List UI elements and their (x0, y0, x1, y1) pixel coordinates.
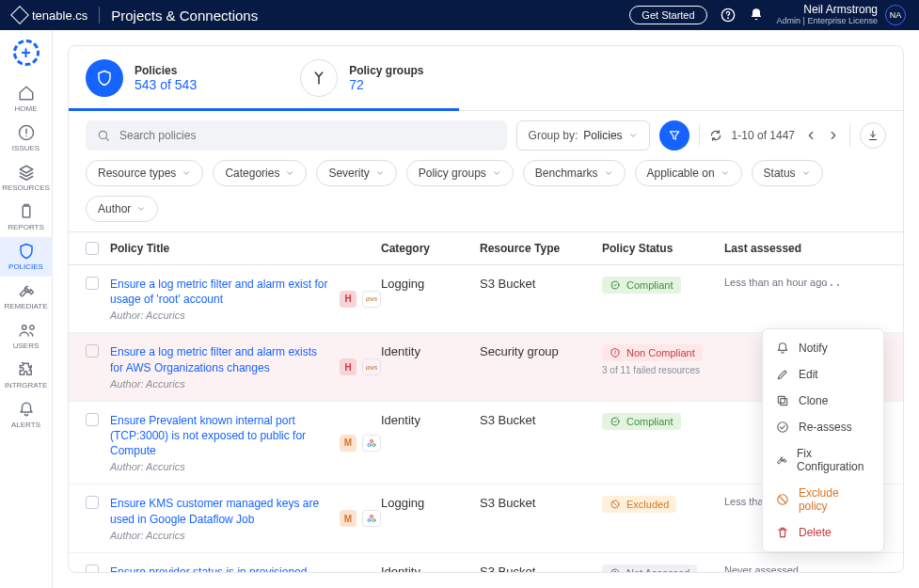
policy-title-link[interactable]: Ensure provider status is in provisioned… (110, 564, 330, 572)
filter-button[interactable] (659, 120, 689, 151)
policies-label: Policies (135, 64, 197, 77)
sidebar-item-remediate[interactable]: REMEDIATE (0, 277, 53, 316)
svg-point-1 (727, 18, 728, 19)
category-cell: Identity (381, 564, 480, 572)
menu-item-clone[interactable]: Clone (763, 388, 883, 414)
failed-resources: 3 of 11 failed resources (602, 365, 724, 375)
shield-icon (86, 59, 123, 97)
page-prev-icon[interactable] (804, 129, 817, 142)
svg-rect-3 (23, 206, 30, 217)
policy-title-link[interactable]: Ensure Prevalent known internal port (TC… (110, 413, 330, 459)
notification-bell-icon[interactable] (749, 8, 764, 23)
pencil-icon (776, 368, 789, 381)
col-resource: Resource Type (480, 242, 602, 255)
page-title: Projects & Connections (111, 8, 258, 24)
menu-item-re-assess[interactable]: Re-assess (763, 414, 883, 440)
last-assessed: Less than an hour ago (724, 277, 828, 288)
table-row: Ensure provider status is in provisioned… (69, 553, 903, 572)
col-category: Category (381, 242, 480, 255)
sidebar-item-resources[interactable]: RESOURCES (0, 158, 53, 198)
brand-logo[interactable]: tenable.cs (13, 8, 87, 23)
filter-chip-categories[interactable]: Categories (213, 160, 307, 186)
svg-point-11 (371, 516, 373, 518)
sidebar-item-label: USERS (13, 342, 40, 350)
check-icon (776, 421, 789, 434)
row-actions-button[interactable]: ⋮ (828, 277, 837, 294)
ban-icon (776, 493, 789, 506)
col-last: Last assessed (724, 242, 828, 255)
category-cell: Identity (381, 344, 480, 358)
bell-icon (776, 342, 789, 355)
wrench-icon (776, 453, 787, 467)
brand-text: tenable.cs (32, 8, 87, 23)
sidebar-item-label: POLICIES (8, 262, 43, 271)
sidebar-item-policies[interactable]: POLICIES (0, 237, 53, 277)
policy-author: Author: Accurics (110, 378, 330, 389)
chevron-down-icon (375, 168, 385, 178)
menu-item-exclude policy[interactable]: Exclude policy (763, 480, 883, 519)
menu-item-notify[interactable]: Notify (763, 335, 883, 361)
row-checkbox[interactable] (86, 277, 99, 290)
chevron-down-icon (492, 168, 501, 178)
tab-policy-groups[interactable]: Policy groups72 (300, 59, 423, 97)
menu-item-edit[interactable]: Edit (763, 361, 883, 388)
cloud-provider-icon (362, 435, 381, 452)
chevron-down-icon (721, 168, 730, 178)
sidebar: + HOME ISSUES RESOURCES REPORTS POLICIES… (0, 30, 53, 588)
sidebar-item-home[interactable]: HOME (0, 79, 53, 119)
sidebar-item-label: ALERTS (11, 421, 40, 429)
home-icon (18, 85, 35, 102)
row-checkbox[interactable] (86, 344, 99, 358)
search-input[interactable] (119, 129, 496, 142)
policy-title-link[interactable]: Ensure a log metric filter and alarm exi… (110, 277, 330, 307)
copy-icon (776, 394, 789, 407)
row-checkbox[interactable] (86, 564, 99, 572)
help-icon[interactable] (721, 8, 736, 23)
cloud-provider-icon (362, 510, 381, 527)
download-button[interactable] (860, 122, 886, 149)
select-all-checkbox[interactable] (86, 242, 99, 255)
status-badge: Excluded (602, 496, 676, 513)
policy-author: Author: Accurics (110, 461, 330, 472)
wrench-icon (18, 282, 35, 299)
row-context-menu: Notify Edit Clone Re-assess Fix Configur… (762, 328, 884, 552)
sidebar-item-label: REPORTS (8, 223, 44, 231)
sidebar-item-label: INTRGRATE (5, 381, 48, 389)
sidebar-item-intrgrate[interactable]: INTRGRATE (0, 356, 53, 395)
sidebar-item-alerts[interactable]: ALERTS (0, 395, 53, 435)
search-box[interactable] (86, 120, 507, 151)
groupby-select[interactable]: Group by: Policies (516, 120, 650, 151)
severity-badge: M (340, 510, 357, 527)
user-menu[interactable]: Neil Armstrong Admin | Enterprise Licens… (777, 4, 906, 25)
add-button[interactable]: + (13, 40, 40, 66)
row-checkbox[interactable] (86, 496, 99, 509)
pager-text: 1-10 of 1447 (732, 129, 795, 142)
menu-item-fix configuration[interactable]: Fix Configuration (763, 440, 883, 480)
get-started-button[interactable]: Get Started (629, 6, 706, 24)
category-cell: Identity (381, 413, 480, 427)
sidebar-item-label: ISSUES (12, 144, 40, 152)
refresh-icon[interactable] (709, 129, 722, 142)
sidebar-item-reports[interactable]: REPORTS (0, 198, 53, 237)
policy-title-link[interactable]: Ensure a log metric filter and alarm exi… (110, 344, 330, 374)
filter-chip-status[interactable]: Status (752, 160, 823, 186)
row-actions-button[interactable]: ⋮ (828, 564, 837, 572)
svg-point-16 (614, 571, 617, 572)
page-next-icon[interactable] (827, 129, 840, 142)
cloud-provider-icon: aws (362, 358, 381, 375)
filter-chip-benchmarks[interactable]: Benchmarks (523, 160, 626, 186)
svg-point-8 (368, 443, 371, 446)
filter-chip-author[interactable]: Author (86, 196, 158, 222)
filter-chip-applicable on[interactable]: Applicable on (635, 160, 742, 186)
menu-item-delete[interactable]: Delete (763, 519, 883, 546)
policy-title-link[interactable]: Ensure KMS customer managed keys are use… (110, 496, 330, 526)
filter-chip-severity[interactable]: Severity (316, 160, 396, 186)
svg-point-19 (778, 422, 788, 433)
tab-policies[interactable]: Policies543 of 543 (86, 59, 197, 97)
puzzle-icon (18, 361, 35, 378)
sidebar-item-users[interactable]: USERS (0, 316, 53, 356)
sidebar-item-issues[interactable]: ISSUES (0, 119, 53, 158)
filter-chip-policy groups[interactable]: Policy groups (406, 160, 514, 186)
filter-chip-resource types[interactable]: Resource types (86, 160, 203, 186)
row-checkbox[interactable] (86, 413, 99, 426)
